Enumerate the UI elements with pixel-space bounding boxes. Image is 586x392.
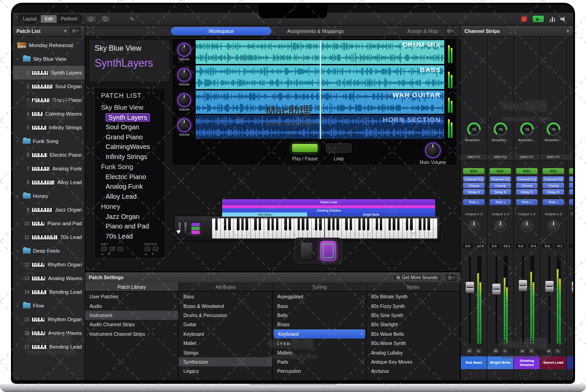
fader-cap[interactable] [545,281,554,292]
insert-slot[interactable]: Delay D [516,189,538,195]
solo-button[interactable]: S [501,348,509,354]
mini-patch-item[interactable]: Synth Layers [101,113,165,123]
insert-slot[interactable]: Chorus [543,183,564,188]
output-slot[interactable]: Output 1-2 [487,212,513,216]
layer-glowing-shadow[interactable]: Glowing Shadow [222,208,435,212]
mode-perform-button[interactable]: Perform [57,15,81,23]
black-key[interactable] [332,218,335,230]
black-key[interactable] [367,218,369,230]
pan-knob[interactable] [548,220,559,232]
play-button[interactable]: ▶ [532,15,544,23]
patch-list-item[interactable]: 17Bending Lead [13,340,85,354]
black-key[interactable] [306,218,309,230]
insert-slot[interactable]: Chorus [516,183,538,188]
library-row[interactable]: Guitar› [179,320,272,329]
mute-button[interactable]: M [519,348,526,354]
insert-slot[interactable]: Chorus [490,183,511,188]
send-slot[interactable]: Rvb▴▾ [463,199,485,205]
layer-sweet-lead[interactable]: Sweet Lead [222,199,435,205]
pan-knob[interactable] [495,220,506,232]
black-key[interactable] [406,218,408,230]
black-key[interactable] [289,218,291,230]
mini-patch-item[interactable]: Grand Piano [101,132,165,143]
black-key[interactable] [254,218,256,230]
patch-list-item[interactable]: 1170s Lead [13,230,85,244]
black-key[interactable] [267,218,270,230]
black-key[interactable] [284,218,287,230]
output-slot[interactable]: Output 1-2 [567,212,573,216]
black-key[interactable] [302,218,304,230]
playhead[interactable] [320,40,321,139]
set-down-button[interactable]: ▼ [108,253,111,255]
patch-list-item[interactable]: 16Analog Waves [13,326,85,340]
insert-slot[interactable]: Channel EQ [490,176,511,182]
track-volume-knob[interactable] [177,93,191,107]
workspace-options-button[interactable]: ⊖˅ [445,27,456,34]
patch-list-item[interactable]: 9Jazz Organ [13,203,85,217]
tab-patch-library[interactable]: Patch Library [85,282,179,291]
black-key[interactable] [272,218,274,230]
library-row[interactable]: 80s Sine Synth [367,311,460,320]
black-key[interactable] [298,218,300,230]
library-row[interactable]: Strings› [179,348,272,357]
library-row[interactable]: Audio› [85,301,178,310]
mini-patch-item[interactable]: Analog Funk [101,182,165,192]
add-patch-button[interactable]: + [64,27,67,34]
patch-list-item[interactable]: 6Electric Piano [13,148,85,162]
pedal-left[interactable] [300,242,313,260]
track-volume-knob[interactable] [177,43,191,57]
midi-fx-slot[interactable]: MIDI FX [514,154,540,160]
instrument-slot[interactable]: ES2 [463,168,485,174]
patch-list-item[interactable]: 13Analog Waves [13,271,85,285]
mini-patch-item[interactable]: Sky Blue View [101,103,165,113]
levels-icon[interactable] [550,16,555,22]
speaker-icon[interactable] [560,16,568,22]
record-indicator[interactable] [522,16,527,21]
insert-slot[interactable]: Channel EQ [516,176,538,182]
instrument-slot[interactable]: ES2 [543,168,564,174]
patch-list-item[interactable]: 12Rhythm Organ [13,258,85,271]
patch-list-item[interactable]: 8Alloy Lead [13,175,85,189]
library-row[interactable]: 80s Starlight [367,320,460,329]
patch-selector[interactable] [144,247,159,251]
set-up-button[interactable]: ▲ [101,253,104,255]
patch-list-item[interactable]: ˅Deep Feels [13,244,85,258]
tab-workspace[interactable]: Workspace [171,27,272,35]
tab-notes[interactable]: Notes [367,282,460,291]
mute-button[interactable]: M [572,348,574,354]
edit-tools-button[interactable]: ✎ [127,15,138,23]
library-row[interactable]: Bass› [179,292,272,301]
pan-knob[interactable] [468,220,480,232]
mute-button[interactable]: M [492,348,500,354]
insert-slot[interactable]: Channel EQ [463,176,485,182]
instrument-slot[interactable]: ES2 [516,168,538,174]
track-volume-knob[interactable] [177,118,191,132]
insert-slot[interactable]: Chorus [463,183,485,188]
library-row[interactable]: Mallets› [273,348,366,357]
insert-slot[interactable]: Channel EQ [543,176,564,182]
library-row[interactable]: 80s Fizzy Synth [367,301,460,310]
black-key[interactable] [397,218,400,230]
tab-assignments-mappings[interactable]: Assignments & Mappings [275,27,356,35]
fader-cap[interactable] [492,283,501,295]
solo-button[interactable]: S [475,348,482,354]
library-row[interactable]: Keyboard› [179,329,272,339]
black-key[interactable] [328,218,330,230]
mini-patch-item[interactable]: 70s Lead [101,232,165,242]
black-key[interactable] [245,218,248,230]
track-volume-knob[interactable] [177,68,191,82]
layer-strip[interactable] [222,205,435,208]
assign-map-button[interactable]: Assign & Map [407,28,438,34]
library-row[interactable]: Drums & Percussion› [179,311,272,320]
library-row[interactable]: Antique Key Moves [367,357,460,366]
play-pause-button[interactable] [292,143,318,153]
mini-patch-item[interactable]: Soul Organ [101,122,165,132]
mini-patch-item[interactable]: Piano and Pad [101,222,165,232]
strip-smart-knob[interactable]: 79 [494,122,507,136]
midi-fx-slot[interactable]: MIDI FX [461,154,487,160]
library-row[interactable]: Instrument Channel Strips› [85,329,178,339]
get-more-sounds-button[interactable]: ⊞Get More Sounds [392,274,442,281]
solo-button[interactable]: S [528,348,535,354]
library-row[interactable]: Keyboard› [274,329,365,339]
library-row[interactable]: Arcturus [367,366,460,376]
